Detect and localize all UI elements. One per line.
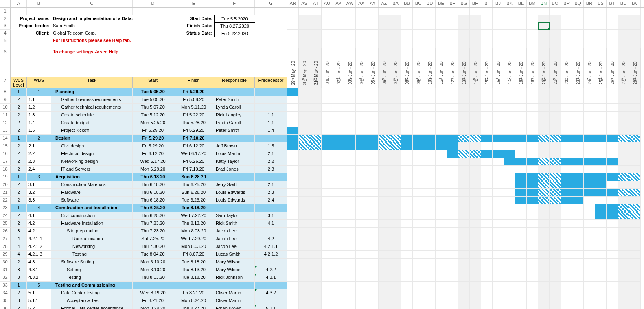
gantt-cell[interactable] — [504, 189, 515, 197]
cell-finish[interactable]: Mon 8.24.20 — [173, 297, 214, 305]
gantt-cell[interactable] — [344, 166, 356, 173]
gantt-cell[interactable] — [629, 212, 641, 220]
cell-wbs-level[interactable]: 2 — [11, 150, 27, 158]
gantt-cell[interactable] — [299, 204, 310, 212]
cell-wbs-level[interactable]: 2 — [11, 220, 27, 228]
cell[interactable] — [618, 22, 629, 30]
row-header-36[interactable]: 36 — [0, 305, 11, 309]
gantt-cell[interactable] — [493, 282, 504, 289]
gantt-cell[interactable] — [333, 104, 344, 112]
gantt-cell[interactable] — [333, 166, 344, 173]
cell[interactable] — [572, 15, 584, 22]
gantt-cell[interactable] — [527, 96, 538, 104]
gantt-cell[interactable] — [629, 289, 641, 297]
gantt-cell[interactable] — [356, 166, 367, 173]
gantt-cell[interactable] — [367, 112, 379, 119]
gantt-cell[interactable] — [322, 274, 333, 282]
cell-predecessor[interactable]: 2.2 — [255, 158, 287, 166]
cell-responsible[interactable]: Jacob Lee — [214, 235, 255, 243]
gantt-cell[interactable] — [584, 235, 595, 243]
gantt-cell[interactable] — [447, 259, 458, 266]
gantt-cell[interactable] — [515, 204, 527, 212]
gantt-cell[interactable] — [629, 112, 641, 119]
col-header-BP[interactable]: BP — [561, 0, 572, 7]
gantt-cell[interactable] — [561, 282, 572, 289]
gantt-cell[interactable] — [595, 173, 607, 181]
gantt-cell[interactable] — [527, 212, 538, 220]
gantt-cell[interactable] — [607, 289, 618, 297]
gantt-cell[interactable] — [299, 142, 310, 150]
gantt-cell[interactable] — [379, 173, 390, 181]
gantt-cell[interactable] — [527, 305, 538, 309]
gantt-cell[interactable] — [413, 127, 424, 135]
gantt-cell[interactable] — [458, 189, 470, 197]
gantt-cell[interactable] — [550, 243, 561, 251]
cell-finish[interactable]: Mon 5.11.20 — [173, 104, 214, 112]
gantt-cell[interactable] — [550, 266, 561, 274]
gantt-cell[interactable] — [299, 266, 310, 274]
cell-wbs-level[interactable]: 3 — [11, 228, 27, 235]
cell-wbs[interactable]: 1.5 — [27, 127, 51, 135]
gantt-cell[interactable] — [493, 212, 504, 220]
gantt-cell[interactable] — [538, 274, 550, 282]
gantt-cell[interactable] — [618, 274, 629, 282]
gantt-cell[interactable] — [538, 119, 550, 127]
row-header-6[interactable]: 6 — [0, 48, 11, 77]
gantt-cell[interactable] — [584, 297, 595, 305]
gantt-cell[interactable] — [333, 197, 344, 204]
gantt-cell[interactable] — [379, 212, 390, 220]
gantt-cell[interactable] — [401, 305, 413, 309]
gantt-cell[interactable] — [527, 274, 538, 282]
gantt-cell[interactable] — [515, 181, 527, 189]
gantt-cell[interactable] — [344, 305, 356, 309]
gantt-cell[interactable] — [629, 297, 641, 305]
cell[interactable] — [299, 30, 310, 37]
gantt-cell[interactable] — [310, 166, 322, 173]
gantt-cell[interactable] — [584, 88, 595, 96]
gantt-cell[interactable] — [436, 135, 447, 142]
gantt-cell[interactable] — [413, 166, 424, 173]
gantt-cell[interactable] — [481, 243, 493, 251]
gantt-cell[interactable] — [458, 274, 470, 282]
gantt-cell[interactable] — [322, 189, 333, 197]
gantt-cell[interactable] — [527, 259, 538, 266]
gantt-cell[interactable] — [458, 204, 470, 212]
gantt-date-header[interactable]: 23 - Jun - 20 — [572, 48, 584, 77]
gantt-cell[interactable] — [458, 220, 470, 228]
gantt-cell[interactable] — [458, 158, 470, 166]
gantt-cell[interactable] — [390, 127, 401, 135]
gantt-cell[interactable] — [572, 274, 584, 282]
col-header-AY[interactable]: AY — [367, 0, 379, 7]
cell[interactable] — [618, 30, 629, 37]
gantt-cell[interactable] — [424, 251, 436, 259]
gantt-cell[interactable] — [447, 197, 458, 204]
cell-wbs[interactable]: 4.2.1.1 — [27, 235, 51, 243]
gantt-cell[interactable] — [493, 119, 504, 127]
gantt-cell[interactable] — [287, 112, 299, 119]
gantt-cell[interactable] — [379, 204, 390, 212]
gantt-cell[interactable] — [458, 166, 470, 173]
gantt-cell[interactable] — [470, 305, 481, 309]
gantt-cell[interactable] — [607, 259, 618, 266]
gantt-cell[interactable] — [481, 135, 493, 142]
gantt-cell[interactable] — [447, 204, 458, 212]
gantt-cell[interactable] — [470, 104, 481, 112]
col-header-C[interactable]: C — [51, 0, 133, 7]
gantt-cell[interactable] — [618, 104, 629, 112]
gantt-cell[interactable] — [458, 212, 470, 220]
gantt-cell[interactable] — [493, 274, 504, 282]
gantt-cell[interactable] — [413, 96, 424, 104]
cell-task[interactable]: Create budget — [51, 119, 133, 127]
gantt-cell[interactable] — [344, 197, 356, 204]
gantt-cell[interactable] — [584, 166, 595, 173]
gantt-cell[interactable] — [401, 88, 413, 96]
cell-wbs-level[interactable]: 3 — [11, 266, 27, 274]
gantt-cell[interactable] — [572, 181, 584, 189]
gantt-cell[interactable] — [436, 189, 447, 197]
gantt-cell[interactable] — [299, 243, 310, 251]
gantt-cell[interactable] — [367, 305, 379, 309]
gantt-cell[interactable] — [538, 259, 550, 266]
gantt-cell[interactable] — [344, 150, 356, 158]
gantt-cell[interactable] — [356, 112, 367, 119]
gantt-cell[interactable] — [390, 228, 401, 235]
